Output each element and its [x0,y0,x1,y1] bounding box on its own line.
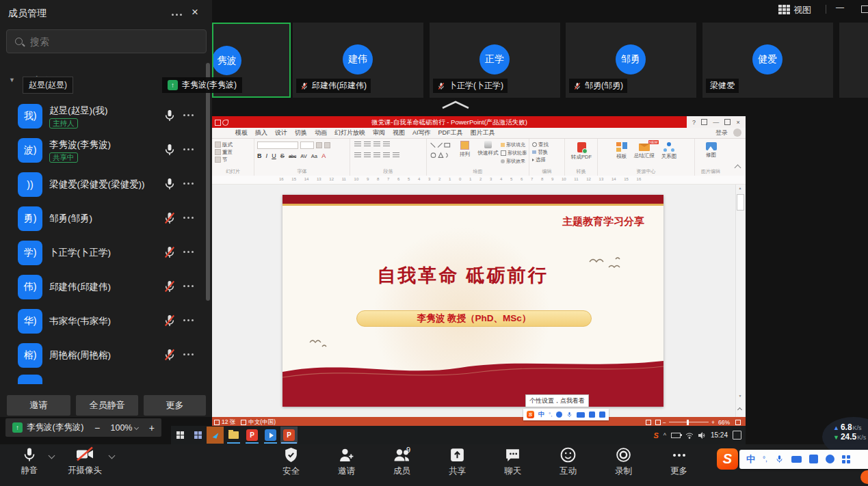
mic-options-caret-icon[interactable] [49,453,55,459]
video-thumb[interactable]: 邹勇 邹勇(邹勇) [566,23,696,98]
mic-muted-icon[interactable] [163,280,176,293]
video-thumb[interactable]: 健爱 梁健爱 [702,23,833,98]
strikethrough-button[interactable]: S [280,152,285,159]
taskbar-app-wps-ppt[interactable]: P [244,427,261,444]
skin-icon[interactable] [589,411,595,418]
grow-font-icon[interactable] [316,142,322,148]
tab-animation[interactable]: 动画 [315,129,327,137]
layout-grid-icon[interactable] [778,5,790,14]
mic-muted-icon[interactable] [163,211,176,225]
change-case-button[interactable]: Aa [311,153,317,159]
tab-moban[interactable]: 模板 [235,129,248,137]
reset-button[interactable]: 重置 [215,148,252,156]
font-size-box[interactable] [300,141,314,149]
zoom-in-button[interactable]: + [149,422,155,433]
select-button[interactable]: 选择 [532,156,562,163]
numbering-icon[interactable] [364,141,371,147]
summary-report-button[interactable]: NEW 总结汇报 [634,142,655,168]
tab-ai-writing[interactable]: AI写作 [412,129,431,137]
task-view-icon[interactable] [194,431,202,439]
tab-review[interactable]: 审阅 [373,129,385,137]
ppt-title-bar[interactable]: 微党课-自我革命砥砺前行 - PowerPoint(产品激活失败) ? — × [212,116,746,128]
invite-button[interactable]: 邀请 [7,395,70,416]
taskbar-app-video[interactable] [262,427,279,444]
collapse-ribbon-icon[interactable] [735,165,740,172]
wifi-icon[interactable] [685,432,694,439]
login-button[interactable]: 登录 [715,129,728,137]
member-more-icon[interactable] [183,148,194,150]
security-button[interactable]: 安全 [263,446,319,477]
tray-clock[interactable]: 15:24 [711,431,728,439]
indent-icon[interactable] [373,141,380,147]
tab-picture-tools[interactable]: 图片工具 [471,129,495,137]
mic-muted-icon[interactable] [163,245,176,259]
panel-more-options-icon[interactable] [172,14,182,16]
voice-input-icon[interactable] [566,411,573,418]
chinese-mode-icon[interactable]: 中 [538,410,544,419]
speaker-icon[interactable] [698,432,706,439]
align-center-icon[interactable] [364,152,371,158]
toolbox-grid-icon[interactable] [842,455,850,463]
keyboard-icon[interactable] [577,412,585,418]
skin-icon[interactable] [809,455,818,463]
video-thumb[interactable]: 建伟 邱建伟(邱建伟) [293,23,423,98]
emoji-icon[interactable] [556,411,562,418]
member-more-icon[interactable] [183,353,194,355]
shapes-gallery[interactable] [430,141,452,160]
templates-button[interactable]: 模板 [616,142,627,168]
scroll-up-icon[interactable]: ▲ [736,186,744,190]
zoom-slider[interactable] [669,422,709,422]
sogou-mini-toolbar[interactable]: S 中 °, [523,409,609,420]
member-row[interactable]: 勇) 邹勇(邹勇) [0,202,212,236]
zoom-out-button[interactable]: − [94,422,100,433]
shrink-font-icon[interactable] [324,142,330,148]
italic-button[interactable]: I [266,152,268,159]
scroll-down-icon[interactable]: ▼ [736,394,744,398]
collapse-strip-chevron-icon[interactable] [440,99,471,110]
zoom-level-dropdown[interactable]: 100% [111,423,139,433]
ribbon-options-button[interactable] [701,119,707,125]
vertical-scrollbar[interactable]: ▲ ▼ [735,185,744,417]
member-row[interactable]: 榕) 周艳榕(周艳榕) [0,338,212,373]
ppt-restore-button[interactable] [724,119,731,125]
justify-icon[interactable] [383,152,390,158]
mic-muted-icon[interactable] [163,314,176,327]
smart-assistant-icon[interactable] [826,455,834,463]
ppt-minimize-button[interactable]: — [713,119,719,126]
tab-design[interactable]: 设计 [275,129,287,137]
member-more-icon[interactable] [183,183,194,185]
record-button[interactable]: 录制 [596,446,651,477]
member-row[interactable]: 伟) 邱建伟(邱建伟) [0,270,212,304]
sogou-logo[interactable]: S [717,448,738,470]
mic-on-icon[interactable] [163,109,176,122]
mute-control[interactable]: 静音 [11,446,48,476]
shape-fill-button[interactable]: 形状填充 [501,141,527,148]
member-row[interactable]: )) 梁健爱(梁健爱(梁健爱)) [0,167,212,202]
member-row[interactable]: 学) 卜正学(卜正学) [0,236,212,270]
member-list-scrollbar[interactable] [206,63,210,301]
member-row[interactable]: 波) 李隽波(李隽波)共享中 [0,133,212,167]
align-left-icon[interactable] [354,152,361,158]
replace-button[interactable]: 替换 [532,148,562,156]
view-button[interactable]: 视图 [793,4,811,16]
account-avatar[interactable] [733,129,741,137]
member-more-icon[interactable] [183,251,194,253]
tab-slideshow[interactable]: 幻灯片放映 [334,129,365,137]
taskbar-app-powerpoint-active[interactable]: P [280,427,298,444]
photo-retouch-button[interactable]: 修图 [698,142,724,159]
language-label[interactable]: 中文(中国) [248,418,276,427]
shape-effects-button[interactable]: 形状效果 [501,157,527,165]
interaction-button[interactable]: 互动 [540,446,596,477]
mic-on-icon[interactable] [163,177,176,191]
camera-options-caret-icon[interactable] [109,453,116,459]
arrange-button[interactable]: 排列 [454,141,475,168]
section-button[interactable]: 节 [215,156,252,163]
tab-transition[interactable]: 切换 [295,129,307,137]
punctuation-icon[interactable]: °, [763,455,767,463]
hidden-icons-caret[interactable]: ^ [663,432,666,439]
sogou-logo[interactable]: S [527,411,534,418]
find-button[interactable]: 查找 [532,141,562,148]
clear-format-button[interactable]: abc [289,154,296,159]
chat-button[interactable]: 聊天 [485,446,540,477]
section-collapse-caret-icon[interactable]: ▼ [9,77,15,83]
